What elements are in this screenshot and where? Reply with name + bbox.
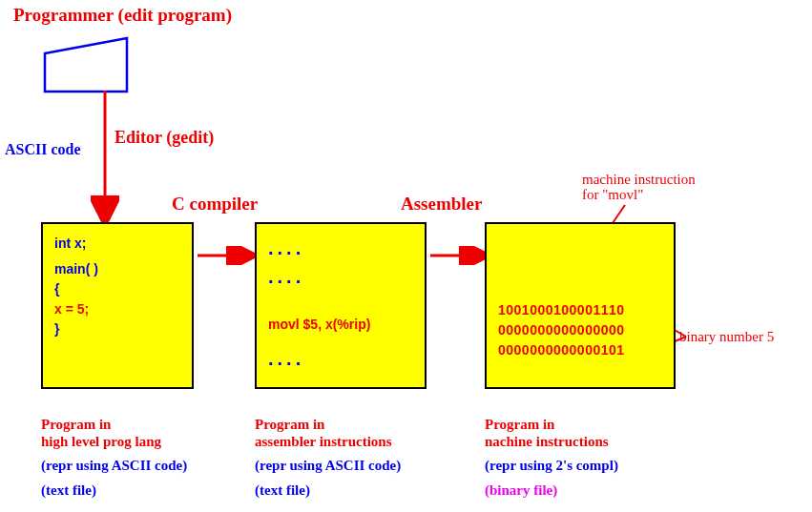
code-line: } bbox=[54, 319, 180, 339]
caption-box3-line4: (binary file) bbox=[485, 481, 557, 500]
label-assembler: Assembler bbox=[401, 194, 482, 215]
caption-box1-line4: (text file) bbox=[41, 481, 96, 500]
box-high-level-program: int x; main( ) { x = 5; } bbox=[41, 222, 194, 389]
annotation-machine-instruction-line1: machine instruction bbox=[582, 172, 696, 188]
caption-box2-line1: Program in bbox=[255, 416, 324, 434]
arrow-compiler bbox=[196, 246, 255, 265]
code-line: main( ) bbox=[54, 259, 180, 279]
document-icon bbox=[39, 32, 135, 101]
arrow-assembler bbox=[428, 246, 488, 265]
caption-box2-line4: (text file) bbox=[255, 481, 310, 500]
caption-box1-line2: high level prog lang bbox=[41, 433, 161, 451]
binary-line: 0000000000000101 bbox=[498, 340, 662, 360]
code-line: int x; bbox=[54, 234, 180, 254]
binary-line: 0000000000000000 bbox=[498, 320, 662, 340]
ellipsis-icon: .... bbox=[268, 262, 413, 291]
code-line-movl: movl $5, x(%rip) bbox=[268, 315, 413, 335]
ellipsis-icon: .... bbox=[268, 344, 413, 373]
caption-box2-line3: (repr using ASCII code) bbox=[255, 457, 401, 475]
caption-box1-line3: (repr using ASCII code) bbox=[41, 457, 187, 475]
annotation-binary-number-5: binary number 5 bbox=[679, 329, 774, 345]
svg-marker-0 bbox=[45, 38, 127, 92]
box-machine-program: 1001000100001110 0000000000000000 000000… bbox=[485, 222, 676, 389]
code-line: x = 5; bbox=[54, 299, 180, 319]
ellipsis-icon: .... bbox=[268, 234, 413, 262]
label-c-compiler: C compiler bbox=[172, 194, 258, 215]
label-ascii-code: ASCII code bbox=[5, 141, 81, 158]
caption-box3-line1: Program in bbox=[485, 416, 554, 434]
caption-box3-line2: nachine instructions bbox=[485, 433, 609, 451]
label-editor: Editor (gedit) bbox=[115, 128, 214, 148]
box-assembler-program: .... .... movl $5, x(%rip) .... bbox=[255, 222, 427, 389]
caption-box1-line1: Program in bbox=[41, 416, 111, 434]
code-line: { bbox=[54, 279, 180, 299]
caption-box2-line2: assembler instructions bbox=[255, 433, 391, 451]
title-programmer: Programmer (edit program) bbox=[13, 5, 232, 26]
caption-box3-line3: (repr using 2's compl) bbox=[485, 457, 618, 475]
binary-line: 1001000100001110 bbox=[498, 300, 662, 320]
arrow-editor-down bbox=[91, 91, 119, 226]
